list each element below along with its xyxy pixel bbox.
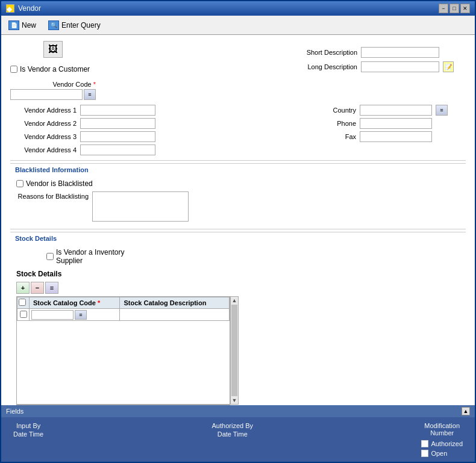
stock-code-input[interactable]	[31, 310, 74, 320]
reasons-textarea[interactable]	[92, 191, 189, 222]
columns-button[interactable]: ≡	[45, 282, 58, 294]
country-input[interactable]	[360, 105, 432, 116]
short-description-input[interactable]	[361, 47, 439, 58]
row-checkbox[interactable]	[20, 311, 27, 318]
query-icon: 🔍	[48, 20, 59, 30]
table-row: ≡	[17, 309, 230, 321]
vendor-address-1-input[interactable]	[80, 105, 155, 116]
file-browse-icon[interactable]: 🖼	[43, 41, 63, 58]
phone-label: Phone	[323, 120, 356, 127]
content-area: 🖼 Is Vendor a Customer Vendor Code *	[1, 35, 475, 462]
open-label: Open	[431, 450, 447, 457]
open-checkbox[interactable]	[421, 450, 428, 457]
vendor-code-lookup-button[interactable]: ≡	[84, 89, 96, 100]
stock-code-lookup-button[interactable]: ≡	[75, 310, 87, 320]
form-area: 🖼 Is Vendor a Customer Vendor Code *	[1, 35, 475, 405]
fields-expand-button[interactable]: ▲	[462, 407, 470, 415]
vendor-blacklisted-checkbox[interactable]	[16, 180, 23, 187]
auth-datetime-label: Date Time	[218, 430, 248, 438]
blacklisted-section-title: Blacklisted Information	[10, 163, 466, 176]
short-desc-label: Short Description	[294, 49, 357, 56]
select-all-checkbox[interactable]	[19, 299, 26, 306]
address-4-label: Vendor Address 4	[10, 146, 77, 154]
address-1-label: Vendor Address 1	[10, 107, 77, 114]
authorized-checkbox[interactable]	[421, 440, 428, 447]
add-row-button[interactable]: +	[16, 282, 30, 294]
new-button[interactable]: 📄 New	[6, 19, 39, 31]
is-vendor-customer-row: Is Vendor a Customer	[10, 65, 96, 73]
new-icon: 📄	[8, 20, 19, 30]
required-marker: *	[93, 81, 96, 88]
fields-label: Fields	[6, 408, 23, 415]
fax-input[interactable]	[360, 131, 432, 142]
input-by-col: Input By Date Time	[13, 422, 43, 457]
remove-row-button[interactable]: −	[31, 282, 44, 294]
is-vendor-customer-checkbox[interactable]	[10, 66, 17, 73]
is-inventory-supplier-checkbox[interactable]	[46, 253, 54, 260]
modification-label: Modification	[424, 422, 460, 429]
maximize-button[interactable]: □	[449, 4, 459, 13]
toolbar: 📄 New 🔍 Enter Query	[1, 16, 475, 35]
code-required-marker: *	[98, 299, 100, 306]
vertical-scrollbar[interactable]: ▲ ▼	[230, 296, 239, 405]
authorized-by-col: Authorized By Date Time	[212, 422, 253, 457]
stock-details-area: Stock Details + − ≡	[10, 270, 466, 405]
footer-bar: Input By Date Time Authorized By Date Ti…	[1, 417, 475, 462]
fields-bar: Fields ▲	[1, 405, 475, 417]
vendor-address-4-input[interactable]	[80, 144, 155, 155]
country-lookup-button[interactable]: ≡	[436, 105, 448, 116]
number-label: Number	[430, 429, 454, 437]
country-label: Country	[323, 107, 356, 114]
vendor-address-2-input[interactable]	[80, 118, 155, 129]
stock-code-header: Stock Catalog Code *	[30, 297, 120, 309]
fax-label: Fax	[323, 133, 356, 140]
authorized-by-label: Authorized By	[212, 422, 253, 429]
stock-section-title: Stock Details	[10, 232, 466, 244]
stock-desc-header: Stock Catalog Description	[120, 297, 230, 309]
reasons-label: Reasons for Blacklisting	[16, 191, 89, 200]
is-inventory-supplier-label: Is Vendor a Inventory Supplier	[56, 248, 124, 265]
minimize-button[interactable]: −	[439, 4, 448, 13]
address-2-label: Vendor Address 2	[10, 120, 77, 127]
authorized-label: Authorized	[431, 440, 463, 447]
vendor-code-label: Vendor Code	[52, 81, 91, 88]
window-title: Vendor	[18, 4, 41, 13]
long-desc-note-button[interactable]: 📝	[443, 61, 454, 72]
vendor-code-input[interactable]	[10, 89, 83, 100]
phone-input[interactable]	[360, 118, 432, 129]
modification-col: Modification Number Authorized Open	[421, 422, 463, 457]
table-select-all-header[interactable]	[17, 297, 30, 309]
table-toolbar: + − ≡	[16, 282, 460, 294]
long-description-input[interactable]	[361, 61, 439, 72]
is-vendor-customer-label: Is Vendor a Customer	[20, 65, 90, 73]
long-desc-label: Long Description	[294, 63, 357, 70]
title-bar: ◆ Vendor − □ ✕	[1, 1, 475, 16]
close-button[interactable]: ✕	[460, 4, 470, 13]
window-icon: ◆	[6, 4, 14, 13]
vendor-blacklisted-label: Vendor is Blacklisted	[26, 179, 93, 188]
stock-details-title: Stock Details	[16, 270, 460, 278]
input-datetime-label: Date Time	[13, 430, 43, 438]
enter-query-button[interactable]: 🔍 Enter Query	[46, 19, 103, 31]
address-3-label: Vendor Address 3	[10, 133, 77, 140]
stock-desc-cell	[120, 309, 230, 321]
blacklisted-section: Blacklisted Information Vendor is Blackl…	[10, 163, 466, 226]
input-by-label: Input By	[16, 422, 40, 429]
vendor-address-3-input[interactable]	[80, 131, 155, 142]
